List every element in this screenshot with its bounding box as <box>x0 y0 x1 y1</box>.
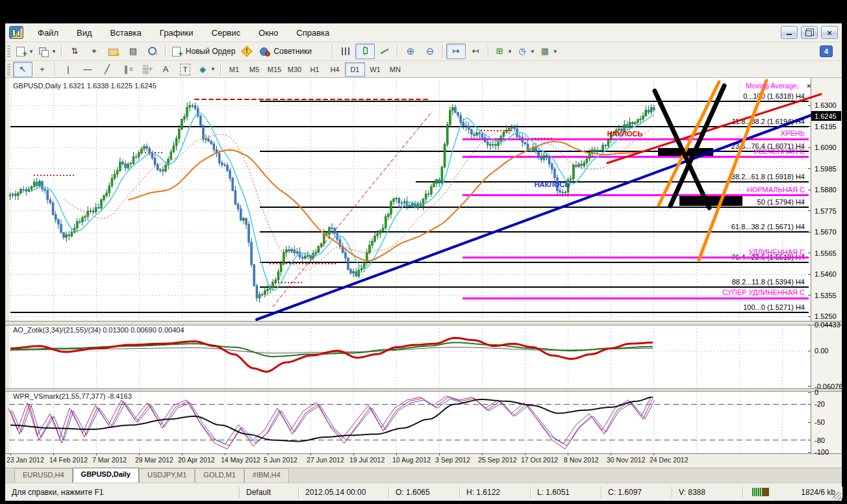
svg-text:НАКЛОСЬ: НАКЛОСЬ <box>535 181 570 188</box>
menu-bar: ФайлВидВставкаГрафикиСервисОкноСправка × <box>5 23 842 42</box>
timeframe-H4[interactable]: H4 <box>325 62 345 77</box>
tab-USDJPY,M1[interactable]: USDJPY,M1 <box>139 468 195 483</box>
chart-shift-button[interactable]: ↤ <box>466 44 485 59</box>
svg-text:НОРМАЛЬНАЯ С: НОРМАЛЬНАЯ С <box>747 186 805 194</box>
svg-text:-0.06076: -0.06076 <box>815 383 842 390</box>
svg-text:GBPUSD,Daily 1.6321 1.6338 1.: GBPUSD,Daily 1.6321 1.6338 1.6225 1.6245 <box>13 82 157 90</box>
svg-text:1.5880: 1.5880 <box>815 186 837 194</box>
arrows-tool[interactable]: ◆▼ <box>195 62 218 77</box>
clock-icon: ◷ <box>516 46 528 57</box>
timeframe-M15[interactable]: M15 <box>264 62 284 77</box>
menu-Файл[interactable]: Файл <box>29 25 68 40</box>
zoom-in-icon: ⊕ <box>405 46 416 57</box>
text-tool[interactable]: A <box>156 62 175 77</box>
text-label-tool[interactable]: T <box>175 62 195 77</box>
toolbar-grip[interactable] <box>7 45 10 57</box>
menu-Графики[interactable]: Графики <box>151 25 203 40</box>
svg-text:0: 0 <box>815 388 818 396</box>
menu-Сервис[interactable]: Сервис <box>203 25 250 40</box>
svg-text:-20: -20 <box>815 400 825 408</box>
svg-text:1.5565: 1.5565 <box>815 249 837 257</box>
svg-text:25 Sep 2012: 25 Sep 2012 <box>478 456 517 464</box>
menu-Окно[interactable]: Окно <box>249 25 287 40</box>
trendline-icon: ╱ <box>101 64 113 75</box>
line-chart-icon <box>379 46 390 57</box>
timeframe-H1[interactable]: H1 <box>305 62 325 77</box>
crosshair-tool[interactable]: + <box>32 62 52 77</box>
templates-button[interactable]: ▦▼ <box>537 44 560 59</box>
timeframe-W1[interactable]: W1 <box>365 62 385 77</box>
arrows-icon: ◆ <box>197 64 209 75</box>
new-order-button[interactable]: +Новый Ордер <box>169 44 237 59</box>
cursor-tool[interactable]: ↖ <box>13 62 32 77</box>
trendline-tool[interactable]: ╱ <box>97 62 117 77</box>
restore-button[interactable] <box>801 26 818 39</box>
app-logo-icon <box>9 26 23 39</box>
market-watch-button[interactable]: ⇅ <box>65 44 84 59</box>
navigator-button[interactable]: ★ <box>104 44 123 59</box>
candlestick-button[interactable] <box>355 44 375 59</box>
tab-EURUSD,H4[interactable]: EURUSD,H4 <box>14 468 73 483</box>
svg-text:7 Mar 2012: 7 Mar 2012 <box>92 456 127 464</box>
status-field: H: 1.6122 <box>460 486 531 498</box>
horizontal-line-tool[interactable]: — <box>78 62 97 77</box>
status-quote-fields: 2012.05.14 00:00O: 1.6065H: 1.6122L: 1.6… <box>299 486 743 498</box>
timeframe-M5[interactable]: M5 <box>244 62 264 77</box>
navigator-icon: ★ <box>108 46 120 57</box>
status-field: C: 1.6097 <box>601 486 672 498</box>
tab-#IBM,H4[interactable]: #IBM,H4 <box>244 468 289 483</box>
bar-chart-button[interactable] <box>336 44 355 59</box>
svg-text:СУПЕР УДЛИНЕННАЯ С: СУПЕР УДЛИНЕННАЯ С <box>722 288 805 296</box>
menu-Вставка[interactable]: Вставка <box>101 25 151 40</box>
svg-text:1.6300: 1.6300 <box>815 101 837 109</box>
indicators-button[interactable]: ⊞▼ <box>492 44 514 59</box>
minimize-button[interactable] <box>781 26 798 39</box>
status-profile[interactable]: Default <box>240 486 299 498</box>
indicators-icon: ⊞ <box>494 46 505 57</box>
zoom-in-button[interactable]: ⊕ <box>401 44 420 59</box>
metaeditor-button[interactable]: ! <box>237 44 257 59</box>
data-window-button[interactable]: ⌖ <box>84 44 104 59</box>
vertical-line-tool[interactable]: | <box>58 62 78 77</box>
templates-icon: ▦ <box>539 46 551 57</box>
timeframe-D1[interactable]: D1 <box>345 62 365 77</box>
tab-GBPUSD,Daily[interactable]: GBPUSD,Daily <box>73 468 139 483</box>
auto-scroll-button[interactable]: ↦ <box>446 44 466 59</box>
svg-text:5 Jun 2012: 5 Jun 2012 <box>264 456 297 464</box>
svg-text:0...100 (1.6318) H4: 0...100 (1.6318) H4 <box>743 92 805 100</box>
svg-text:19 Jul 2012: 19 Jul 2012 <box>349 456 385 464</box>
advisors-icon <box>259 46 270 57</box>
line-chart-button[interactable] <box>375 44 394 59</box>
svg-text:0.00: 0.00 <box>815 347 828 355</box>
chart-area[interactable]: 1.63001.61951.60901.59851.58801.57751.56… <box>5 78 842 468</box>
zoom-out-button[interactable]: ⊖ <box>420 44 440 59</box>
profiles-button[interactable]: ▼ <box>36 44 58 59</box>
tester-icon <box>147 46 158 57</box>
svg-text:100...0 (1.5271) H4: 100...0 (1.5271) H4 <box>743 303 805 311</box>
menu-Вид[interactable]: Вид <box>68 25 101 40</box>
svg-text:20 Apr 2012: 20 Apr 2012 <box>178 456 215 464</box>
resize-grip[interactable] <box>833 492 841 500</box>
status-connection: 1824/6 kb <box>743 486 842 498</box>
svg-text:3 Sep 2012: 3 Sep 2012 <box>435 456 470 464</box>
timeframe-M1[interactable]: M1 <box>224 62 244 77</box>
new-chart-button[interactable]: +▼ <box>13 44 36 59</box>
notification-badge[interactable]: 4 <box>820 45 833 57</box>
timeframe-MN[interactable]: MN <box>385 62 405 77</box>
terminal-button[interactable]: ▤ <box>123 44 143 59</box>
timeframe-M30[interactable]: M30 <box>284 62 305 77</box>
channel-tool[interactable]: ∥E <box>117 62 136 77</box>
chart-canvas[interactable]: 1.63001.61951.60901.59851.58801.57751.56… <box>5 78 842 468</box>
close-button[interactable]: × <box>821 26 838 39</box>
periods-button[interactable]: ◷▼ <box>514 44 537 59</box>
new-order-icon: + <box>171 46 183 57</box>
menu-Справка[interactable]: Справка <box>287 25 338 40</box>
toolbar-grip[interactable] <box>7 64 10 75</box>
svg-text:-100: -100 <box>815 448 829 456</box>
fibonacci-tool[interactable]: ▒F <box>136 62 156 77</box>
svg-text:-80: -80 <box>815 436 825 444</box>
expert-advisors-button[interactable]: Советники <box>257 44 314 59</box>
tab-GOLD,M1[interactable]: GOLD,M1 <box>195 468 244 483</box>
strategy-tester-button[interactable] <box>143 44 162 59</box>
svg-text:10 Aug 2012: 10 Aug 2012 <box>392 456 431 464</box>
